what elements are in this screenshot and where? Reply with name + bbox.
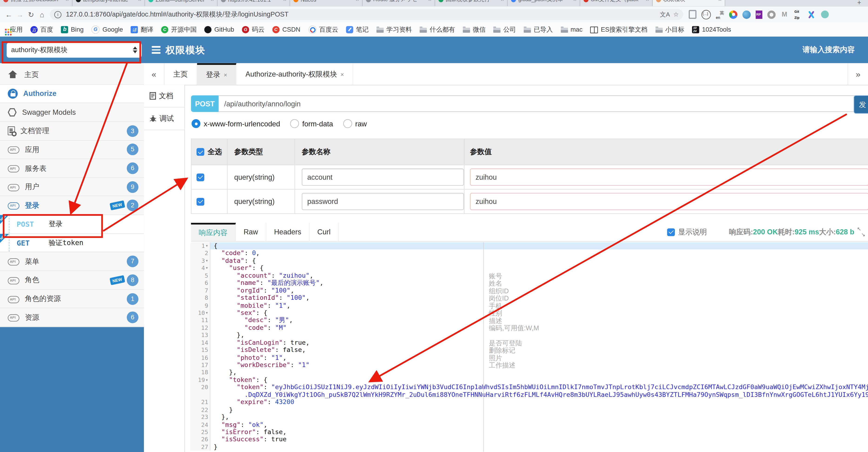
bookmark-item[interactable]: 开源中国 (161, 25, 196, 33)
reload-icon[interactable]: ↻ (26, 10, 37, 19)
forward-icon[interactable]: → (14, 10, 26, 19)
bookmark-item[interactable]: 应用 (4, 25, 23, 33)
tabs-scroll-right-icon[interactable]: » (847, 63, 868, 85)
bookmark-item[interactable]: 公司 (493, 25, 516, 33)
open-doc-tab[interactable]: 登录 × (197, 63, 237, 85)
bookmark-item[interactable]: GitHub (204, 26, 234, 33)
param-value-input[interactable] (470, 193, 868, 210)
tab-debug[interactable]: 调试 (144, 108, 184, 130)
response-tab[interactable]: Raw (236, 223, 267, 241)
select-all-checkbox[interactable] (196, 148, 204, 156)
sidebar-item[interactable]: 菜单 7 (0, 253, 144, 271)
fold-arrow-icon[interactable]: ▾ (206, 265, 208, 272)
sidebar-item[interactable]: Authorize (0, 85, 144, 103)
bookmark-item[interactable]: Google (91, 25, 123, 33)
bookmark-item[interactable]: ES搜索引擎文档 (590, 25, 647, 33)
row-checkbox[interactable] (196, 173, 204, 181)
bookmark-item[interactable]: 百度 (30, 25, 53, 33)
browser-tab[interactable]: temporary-interfac × (72, 0, 145, 6)
extension-icon[interactable] (767, 10, 776, 19)
bookmark-item[interactable]: CSDN (273, 26, 300, 33)
send-button[interactable]: 发 (854, 95, 868, 114)
show-desc-checkbox[interactable] (667, 228, 675, 236)
sidebar-item[interactable]: 角色的资源 1 (0, 290, 144, 308)
doc-tab-close-icon[interactable]: × (340, 71, 344, 78)
extension-icon[interactable] (756, 10, 763, 19)
sidebar-item[interactable]: 文档管理 3 (0, 122, 144, 141)
home-icon[interactable]: ⌂ (36, 10, 48, 19)
hamburger-menu-icon[interactable] (152, 46, 161, 54)
fold-arrow-icon[interactable]: ▾ (206, 257, 208, 265)
open-doc-tab[interactable]: 主页 (164, 63, 197, 85)
sidebar-item[interactable]: 登录 NEW 2 (0, 196, 144, 215)
doc-tab-close-icon[interactable]: × (224, 72, 227, 78)
expand-icon[interactable] (858, 228, 865, 235)
extension-icon[interactable] (689, 10, 696, 19)
request-url-input[interactable] (219, 95, 864, 112)
extension-icon[interactable] (807, 10, 815, 19)
header-search-input[interactable]: 请输入搜索内容 (802, 45, 855, 55)
browser-tab[interactable]: https://9.42.161.1 × (218, 0, 290, 6)
url-input[interactable] (65, 10, 656, 19)
tab-close-icon[interactable]: × (283, 0, 286, 2)
module-select[interactable]: authority-权限模块 (7, 43, 142, 57)
bookmark-item[interactable]: 1024Tools (692, 26, 731, 33)
tab-close-icon[interactable]: × (138, 0, 141, 2)
extension-icon[interactable] (794, 10, 802, 19)
sidebar-item[interactable]: Swagger Models (0, 103, 144, 122)
fold-arrow-icon[interactable]: ▾ (206, 309, 208, 317)
bookmark-item[interactable]: 翻译 (131, 25, 153, 33)
tab-doc[interactable]: 文档 (144, 85, 184, 108)
bookmark-star-icon[interactable]: ☆ (673, 11, 679, 18)
extension-icon[interactable] (716, 10, 724, 19)
sidebar-item[interactable]: NEW GET 验证token (0, 234, 144, 252)
fold-arrow-icon[interactable]: ▾ (206, 242, 208, 250)
tab-close-icon[interactable]: × (211, 0, 214, 2)
sidebar-item[interactable]: 角色 NEW 8 (0, 271, 144, 290)
browser-tab[interactable]: gitlab_push实例审 × (508, 0, 580, 6)
extension-icon[interactable] (742, 10, 751, 19)
bookmark-item[interactable]: 百度云 (308, 25, 338, 33)
param-value-input[interactable] (470, 169, 868, 186)
sidebar-item[interactable]: NEW POST 登录 (0, 215, 144, 234)
bookmark-item[interactable]: 小目标 (655, 25, 684, 33)
sidebar-item[interactable]: 服务表 6 (0, 159, 144, 178)
sidebar-item[interactable]: 用户 9 (0, 178, 144, 196)
bookmark-item[interactable]: 什么都有 (420, 25, 455, 33)
tab-close-icon[interactable]: × (646, 0, 649, 2)
content-type-radio[interactable]: form-data (290, 119, 333, 128)
tab-close-icon[interactable]: × (66, 0, 69, 2)
fold-arrow-icon[interactable]: ▾ (206, 376, 208, 384)
param-name-input[interactable] (302, 193, 464, 210)
tab-close-icon[interactable]: × (574, 0, 577, 2)
tab-close-icon[interactable]: × (356, 0, 359, 2)
param-name-input[interactable] (302, 169, 464, 186)
row-checkbox[interactable] (196, 198, 204, 205)
extension-icon[interactable] (781, 10, 789, 19)
tabs-scroll-left-icon[interactable]: « (144, 63, 164, 85)
sidebar-item[interactable]: 资源 6 (0, 308, 144, 327)
bookmark-item[interactable]: 学习资料 (377, 25, 412, 33)
browser-tab[interactable]: SM文件定义（pack × (580, 0, 653, 6)
profile-avatar[interactable] (821, 10, 829, 18)
response-tab[interactable]: 响应内容 (191, 223, 236, 241)
response-tab[interactable]: Curl (310, 223, 339, 241)
extension-icon[interactable] (701, 10, 711, 19)
bookmark-item[interactable]: 已导入 (524, 25, 553, 33)
response-tab[interactable]: Headers (267, 223, 310, 241)
tab-close-icon[interactable]: × (501, 0, 504, 2)
sidebar-item[interactable]: 主页 (0, 66, 144, 84)
address-bar[interactable]: i 文A ☆ (50, 9, 683, 20)
back-icon[interactable]: ← (3, 10, 14, 19)
bookmark-item[interactable]: 码云 (242, 25, 265, 33)
browser-tab[interactable]: Zuiha—JumpServer × (145, 0, 218, 6)
content-type-radio[interactable]: raw (343, 119, 367, 128)
content-type-radio[interactable]: x-www-form-urlencoded (191, 119, 280, 128)
bookmark-item[interactable]: 笔记 (346, 25, 369, 33)
browser-tab[interactable]: Nacos × (290, 0, 363, 6)
browser-tab[interactable]: 权限模块 × (653, 0, 725, 6)
new-tab-button[interactable]: + (854, 0, 865, 7)
browser-tab[interactable]: 国家税收参数先行 × (435, 0, 508, 6)
bookmark-item[interactable]: mac (560, 26, 583, 33)
extension-icon[interactable] (729, 10, 738, 19)
